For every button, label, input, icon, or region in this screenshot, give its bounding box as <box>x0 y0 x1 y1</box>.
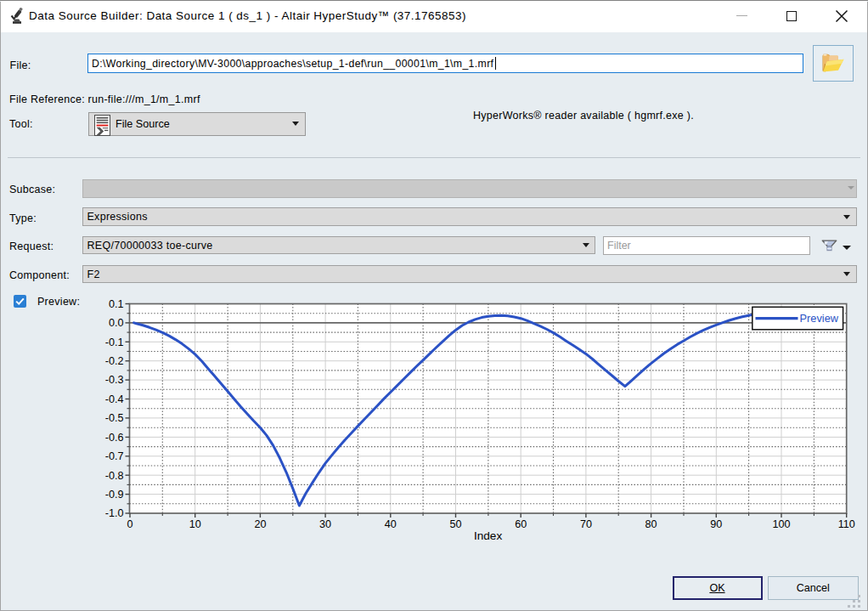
svg-text:Index: Index <box>474 529 502 542</box>
svg-text:-0.8: -0.8 <box>105 470 124 482</box>
svg-text:-1.0: -1.0 <box>105 507 124 519</box>
svg-text:100: 100 <box>772 518 790 530</box>
svg-text:-0.9: -0.9 <box>105 489 124 501</box>
svg-text:20: 20 <box>254 518 266 530</box>
svg-text:10: 10 <box>189 518 201 530</box>
svg-text:0.1: 0.1 <box>109 298 124 310</box>
svg-text:-0.2: -0.2 <box>105 355 124 367</box>
svg-text:40: 40 <box>385 518 397 530</box>
svg-text:90: 90 <box>710 518 722 530</box>
svg-text:30: 30 <box>319 518 331 530</box>
svg-text:-0.1: -0.1 <box>105 337 124 348</box>
svg-text:80: 80 <box>645 518 657 530</box>
svg-text:110: 110 <box>838 518 855 530</box>
svg-text:Preview: Preview <box>800 312 839 325</box>
svg-text:0.0: 0.0 <box>109 317 124 329</box>
svg-text:60: 60 <box>515 518 527 530</box>
svg-text:50: 50 <box>449 518 461 530</box>
svg-text:-0.7: -0.7 <box>105 450 124 462</box>
svg-text:-0.5: -0.5 <box>105 412 124 424</box>
svg-text:-0.6: -0.6 <box>105 432 124 444</box>
svg-text:70: 70 <box>580 518 592 530</box>
svg-text:0: 0 <box>127 518 132 530</box>
svg-text:-0.3: -0.3 <box>105 374 124 386</box>
svg-text:-0.4: -0.4 <box>105 393 124 405</box>
